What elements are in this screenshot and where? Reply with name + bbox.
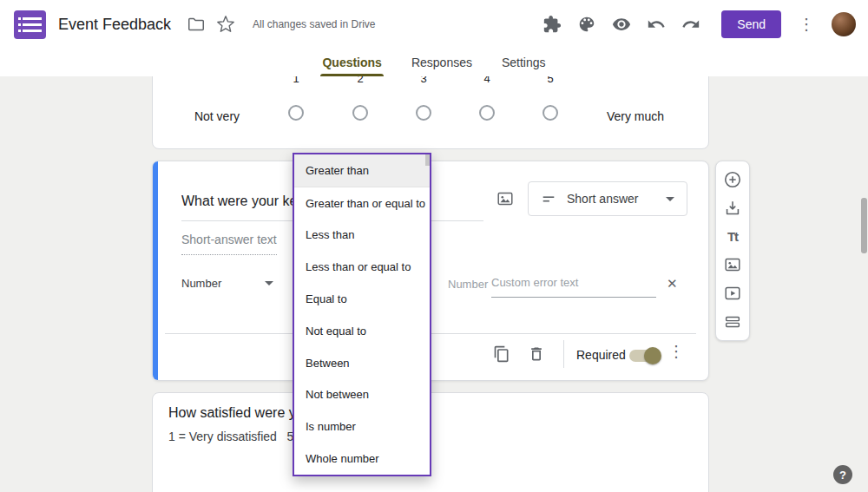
undo-icon[interactable] [647, 15, 666, 34]
scale-left-label: Not very [194, 109, 240, 123]
required-label: Required [576, 348, 626, 362]
addons-icon[interactable] [542, 15, 562, 34]
app-header: Event Feedback All changes saved in Driv… [0, 0, 868, 49]
add-image-icon[interactable] [496, 189, 515, 208]
account-avatar[interactable] [832, 12, 856, 36]
tab-responses[interactable]: Responses [410, 49, 474, 76]
duplicate-icon[interactable] [493, 345, 510, 366]
divider [563, 340, 564, 368]
delete-icon[interactable] [528, 345, 545, 366]
menu-scrollbar[interactable] [425, 154, 430, 166]
scale-right-label: Very much [607, 109, 664, 123]
forms-logo-icon[interactable] [14, 10, 46, 39]
insert-toolbar: Tt [715, 161, 750, 341]
chevron-down-icon [265, 281, 273, 285]
scale-number: 2 [357, 76, 363, 85]
question-title: How satisfied were you [168, 405, 312, 421]
add-question-icon[interactable] [722, 169, 743, 190]
scale-radio[interactable] [352, 105, 368, 121]
add-section-icon[interactable] [722, 312, 743, 332]
question-type-select[interactable]: Short answer [528, 181, 687, 216]
validation-type-select[interactable]: Number [181, 277, 273, 290]
selection-indicator [153, 161, 158, 380]
menu-item-greater-than[interactable]: Greater than [294, 154, 430, 187]
tab-settings[interactable]: Settings [500, 49, 548, 76]
menu-item-less-or-equal[interactable]: Less than or equal to [294, 251, 430, 283]
add-title-icon[interactable]: Tt [722, 226, 743, 247]
question-type-label: Short answer [567, 192, 655, 206]
form-title[interactable]: Event Feedback [58, 16, 171, 34]
menu-item-is-number[interactable]: Is number [294, 410, 430, 443]
custom-error-input[interactable]: Custom error text [491, 267, 656, 298]
logo-line [18, 30, 42, 32]
logo-line [18, 23, 42, 26]
google-forms-window: Event Feedback All changes saved in Driv… [0, 0, 868, 492]
theme-palette-icon[interactable] [577, 15, 596, 34]
scale-number: 5 [547, 76, 553, 85]
form-tabs: Questions Responses Settings [0, 49, 868, 76]
scale-radio[interactable] [288, 105, 304, 121]
redo-icon[interactable] [681, 15, 700, 34]
scale-radio[interactable] [416, 105, 431, 121]
import-questions-icon[interactable] [722, 198, 743, 219]
menu-item-whole-number[interactable]: Whole number [294, 443, 430, 475]
header-actions: Send ⋮ [542, 10, 856, 38]
more-options-icon[interactable]: ⋮ [797, 16, 816, 32]
remove-validation-icon[interactable]: ✕ [667, 277, 678, 290]
short-answer-icon [541, 191, 556, 207]
scale-radio[interactable] [542, 105, 558, 121]
move-folder-icon[interactable] [187, 15, 206, 34]
validation-options-menu: Greater than Greater than or equal to Le… [293, 153, 431, 476]
tab-questions[interactable]: Questions [320, 49, 383, 76]
star-icon[interactable] [216, 15, 235, 34]
send-button[interactable]: Send [721, 10, 781, 38]
form-canvas: 1 2 3 4 5 Not very Very much What were y… [0, 76, 868, 492]
validation-number-input[interactable]: Number [448, 278, 488, 291]
save-status: All changes saved in Drive [253, 18, 375, 30]
chevron-down-icon [666, 197, 674, 201]
toggle-knob [644, 347, 661, 364]
page-scrollbar[interactable] [861, 198, 867, 253]
question-more-options-icon[interactable]: ⋮ [668, 344, 684, 359]
linear-scale-card: 1 2 3 4 5 Not very Very much [152, 76, 709, 149]
menu-item-less-than[interactable]: Less than [294, 220, 430, 252]
scale-number: 4 [483, 76, 490, 85]
required-toggle[interactable] [629, 350, 659, 362]
menu-item-between[interactable]: Between [294, 347, 430, 379]
logo-line [18, 17, 42, 20]
menu-item-not-between[interactable]: Not between [294, 379, 430, 411]
insert-video-icon[interactable] [722, 283, 743, 304]
scale-radio[interactable] [479, 105, 495, 121]
insert-image-icon[interactable] [722, 254, 743, 275]
menu-item-equal-to[interactable]: Equal to [294, 283, 430, 315]
preview-eye-icon[interactable] [612, 15, 631, 34]
scale-number: 3 [420, 76, 426, 85]
menu-item-not-equal-to[interactable]: Not equal to [294, 315, 430, 347]
help-button[interactable]: ? [833, 465, 852, 484]
validation-type-label: Number [181, 277, 221, 290]
answer-placeholder[interactable]: Short-answer text [181, 233, 277, 255]
scale-number: 1 [293, 76, 299, 85]
menu-item-greater-or-equal[interactable]: Greater than or equal to [294, 187, 430, 220]
